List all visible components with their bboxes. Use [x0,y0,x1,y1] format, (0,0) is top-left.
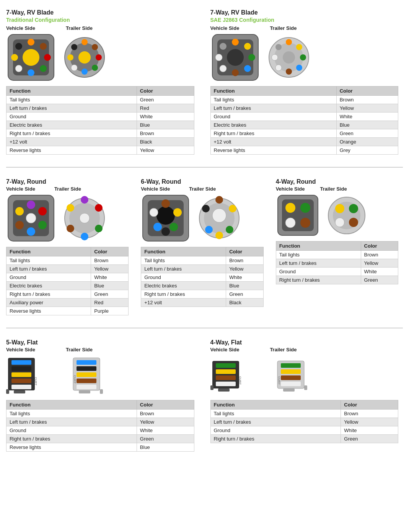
section-title-7: 4-Way, Flat [210,339,399,346]
table-cell: Yellow [137,418,194,426]
th-function-7: Function [210,400,341,410]
table-cell: Yellow [226,265,263,273]
table-cell: Yellow [361,259,398,268]
table-cell: Right turn / brakes [7,435,137,443]
svg-point-36 [286,39,292,45]
table-cell: Reverse lights [7,307,91,315]
table-cell: Blue [137,121,194,129]
table-cell: Black [226,299,263,307]
svg-rect-119 [281,363,301,368]
table-cell: Tail lights [141,256,226,265]
table-cell: Brown [137,129,194,138]
side-labels-5: Vehicle Side Trailer Side [276,186,398,192]
table-cell: Electric brakes [141,282,226,290]
table-cell: Green [91,290,129,299]
table-cell: Ground [276,268,361,276]
table-cell: Left turn / brakes [7,104,137,113]
svg-point-31 [215,54,222,61]
trailer-side-label-4: Trailer Side [189,186,216,192]
connector-vehicle-3 [6,193,56,243]
svg-point-7 [28,69,34,76]
table-cell: White [336,113,398,121]
table-cell: Ground [141,273,226,282]
connector-trailer-flat-5: CURT [60,354,106,396]
table-cell: Tail lights [7,256,91,265]
side-labels-2: Vehicle Side Trailer Side [210,25,399,31]
svg-point-17 [92,65,98,71]
table-cell: White [137,113,194,121]
table-4: Function Color Tail lightsBrownLeft turn… [141,247,263,307]
table-cell: White [137,426,194,435]
svg-point-56 [81,196,88,204]
svg-point-73 [212,209,226,222]
table-cell: Right turn / brakes [7,290,91,299]
th-function-2: Function [210,86,336,96]
svg-rect-93 [11,360,31,365]
table-cell: Brown [341,410,398,418]
th-color-4: Color [226,247,263,256]
table-cell: Tail lights [210,96,336,104]
table-5: Function Color Tail lightsBrownLeft turn… [276,241,398,284]
table-cell: Reverse lights [210,146,336,155]
table-cell: Reverse lights [7,146,137,155]
section-title-4: 6-Way, Round [141,178,263,185]
svg-point-76 [226,226,233,233]
table-cell: Left turn / brakes [276,259,361,268]
svg-point-13 [78,51,91,64]
svg-text:CURT: CURT [277,376,281,385]
table-cell: Electric brakes [7,282,91,290]
svg-point-15 [92,44,98,50]
svg-point-82 [285,203,295,213]
svg-point-20 [67,54,73,60]
connector-trailer-4 [198,193,240,243]
table-cell: Brown [226,256,263,265]
svg-rect-106 [77,385,96,389]
svg-point-8 [15,65,22,72]
svg-rect-114 [216,382,236,386]
table-cell: Green [137,96,194,104]
table-cell: Green [341,435,398,443]
table-cell: Green [336,129,398,138]
svg-point-24 [227,49,244,66]
svg-point-35 [283,51,295,64]
svg-rect-111 [216,363,236,368]
svg-point-28 [244,65,251,72]
table-cell: +12 volt [210,138,336,146]
svg-rect-116 [218,388,230,392]
svg-point-74 [215,196,223,204]
side-labels-6: Vehicle Side Trailer Side [6,347,194,352]
section-7way-round: 7-Way, Round Vehicle Side Trailer Side [6,175,133,321]
table-cell: Red [91,299,129,307]
vehicle-side-label-2: Vehicle Side [210,25,240,31]
connectors-1 [6,33,194,82]
svg-point-47 [27,201,35,209]
th-color-3: Color [91,247,129,256]
trailer-side-label-5: Trailer Side [320,186,347,192]
trailer-side-label-6: Trailer Side [66,347,93,352]
table-cell: Red [137,104,194,113]
table-cell: Blue [226,282,263,290]
svg-point-57 [95,204,103,212]
table-cell: Blue [336,121,398,129]
table-cell: Left turn / brakes [7,418,137,426]
connectors-4 [141,193,263,243]
connector-vehicle-2 [210,33,260,82]
svg-rect-102 [77,360,96,365]
svg-rect-97 [11,385,31,389]
svg-rect-112 [216,369,236,374]
vehicle-side-label-4: Vehicle Side [141,186,170,192]
svg-point-84 [285,218,295,228]
svg-rect-104 [77,372,96,377]
bot-sections: 5-Way, Flat Vehicle Side Trailer Side CU… [6,336,403,458]
table-cell: Right turn / brakes [210,129,336,138]
table-6: Function Color Tail lightsBrownLeft turn… [6,400,194,452]
th-color-1: Color [137,86,194,96]
table-cell: Yellow [336,104,398,113]
table-cell: Reverse lights [7,443,137,452]
connector-trailer-flat-4: CURT [264,354,310,396]
section-title-1: 7-Way, RV Blade [6,9,194,16]
section-7way-rv-sae: 7-Way, RV Blade SAE J2863 Configuration … [210,6,403,161]
connector-vehicle-4 [141,193,191,243]
svg-point-89 [349,204,358,213]
connector-trailer-5 [328,196,366,235]
